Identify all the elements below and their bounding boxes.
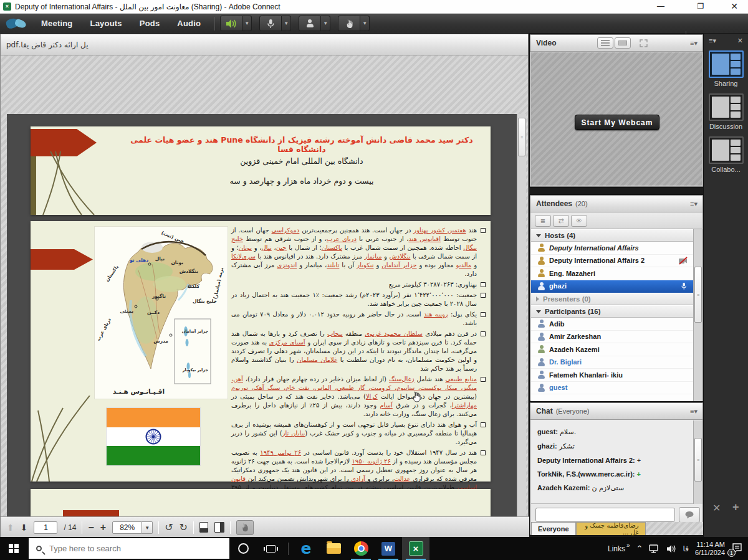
attendee-row[interactable]: Deputy International Affairs xyxy=(531,242,693,255)
attendee-status-view-button[interactable]: 👁 xyxy=(571,215,587,227)
attendee-row[interactable]: Fatemeh Khanlari- ikiu xyxy=(531,369,693,382)
status-dropdown[interactable]: ▼ xyxy=(360,16,370,31)
start-webcam-button[interactable]: Start My Webcam xyxy=(575,115,659,130)
layout-delete-icon[interactable]: ✕ xyxy=(712,502,721,514)
links-label[interactable]: Links xyxy=(608,544,625,553)
links-overflow-icon[interactable]: » xyxy=(626,542,630,549)
pan-tool-button[interactable] xyxy=(236,520,254,535)
cortana-button[interactable] xyxy=(229,537,257,560)
slide2-banner-shape xyxy=(31,249,93,270)
microphone-dropdown[interactable]: ▼ xyxy=(282,16,291,31)
minimize-button[interactable]: — xyxy=(647,0,674,14)
zoom-level-select[interactable]: 82% ▼ xyxy=(112,521,153,534)
document-scrollbar[interactable]: ≡ xyxy=(517,114,526,528)
layout-sharing-thumbnail[interactable] xyxy=(709,50,744,78)
webcam-dropdown[interactable]: ▼ xyxy=(321,16,330,31)
task-view-button[interactable] xyxy=(257,537,284,560)
taskbar-search[interactable] xyxy=(29,538,229,559)
chat-tab-private[interactable]: رضای‌فاطمه جسک و غل ... xyxy=(576,522,646,535)
menu-layouts[interactable]: Layouts xyxy=(82,19,131,28)
chat-message: TorkNik, F.S.(www.merc.ac.ir): + xyxy=(537,470,687,478)
speaker-dropdown[interactable]: ▼ xyxy=(242,16,252,31)
links-toolbar[interactable]: Links » xyxy=(608,544,630,553)
layouts-menu-icon[interactable]: ≡▾ xyxy=(709,37,716,45)
chat-scrollbar-thumb[interactable]: ≡ xyxy=(694,438,702,482)
layout-discussion-thumbnail[interactable] xyxy=(709,93,744,121)
hosts-group-header[interactable]: Hosts (4) xyxy=(531,229,693,242)
clock-time: 11:14 AM xyxy=(695,541,725,549)
attendee-row[interactable]: Azadeh Kazemi xyxy=(531,343,693,356)
action-center-button[interactable]: 1 xyxy=(731,543,743,555)
attendee-row[interactable]: Dr. Biglari xyxy=(531,356,693,369)
fit-page-button[interactable] xyxy=(199,522,208,533)
start-button[interactable] xyxy=(0,537,27,560)
presenters-group-header[interactable]: Presenters (0) xyxy=(531,293,693,305)
document-scrollbar-thumb[interactable]: ≡ xyxy=(518,118,525,156)
attendee-row[interactable]: Amir Zarkeshan xyxy=(531,331,693,344)
video-fullscreen-button[interactable] xyxy=(636,37,651,49)
microphone-icon xyxy=(266,19,276,29)
file-explorer-button[interactable] xyxy=(320,537,347,560)
attendees-scrollbar-thumb[interactable]: ≡ xyxy=(694,267,702,323)
attendee-list-view-button[interactable]: ≣ xyxy=(535,215,551,227)
tray-expand-icon[interactable]: ⌃ xyxy=(636,544,643,553)
attendee-row[interactable]: Eng. Mazaheri xyxy=(531,267,693,280)
chat-input[interactable] xyxy=(535,508,675,522)
attendees-pod-menu-icon[interactable]: ≡▾ xyxy=(690,200,698,208)
menu-meeting[interactable]: Meeting xyxy=(32,19,82,28)
slide-1: دکتر سید محمد قاضی دانش آموخته رشته فیزی… xyxy=(31,126,491,215)
attendee-row-selected[interactable]: ghazi xyxy=(531,280,693,293)
participants-group-header[interactable]: Participants (16) xyxy=(531,305,693,318)
chat-scrollbar[interactable]: ≡ xyxy=(693,420,702,504)
document-viewer[interactable]: دکتر سید محمد قاضی دانش آموخته رشته فیزی… xyxy=(7,114,526,528)
microphone-button[interactable] xyxy=(259,16,282,31)
rotate-left-button[interactable]: ↺ xyxy=(165,521,173,533)
chat-message-area[interactable]: guest: سلام. ghazi: تشکر Deputy Internat… xyxy=(531,420,693,504)
grid-view-button[interactable] xyxy=(597,37,613,49)
chat-pod-menu-icon[interactable]: ≡▾ xyxy=(690,407,698,415)
volume-icon[interactable] xyxy=(666,544,676,553)
layout-add-icon[interactable]: + xyxy=(732,501,739,514)
windows-taskbar: e W × Links » ⌃ xyxy=(0,537,748,560)
map-label-indian-ocean: اقـیـانـوس هـنـد xyxy=(113,387,165,396)
status-button[interactable] xyxy=(338,16,360,31)
speaker-button[interactable] xyxy=(220,16,242,31)
chrome-button[interactable] xyxy=(347,537,375,560)
breakout-view-button[interactable]: ⇄ xyxy=(553,215,569,227)
zoom-out-button[interactable]: − xyxy=(88,522,94,533)
page-up-button[interactable]: ⬆ xyxy=(7,523,14,533)
edge-button[interactable]: e xyxy=(292,537,320,560)
layouts-close-icon[interactable]: ✕ xyxy=(737,37,743,45)
menu-audio[interactable]: Audio xyxy=(168,19,209,28)
page-down-button[interactable]: ⬇ xyxy=(21,523,28,533)
attendee-row[interactable]: guest xyxy=(531,382,693,395)
page-number-input[interactable] xyxy=(34,521,57,534)
layout-collaboration-thumbnail[interactable] xyxy=(709,136,744,164)
network-icon[interactable] xyxy=(649,544,660,553)
video-pod-menu-icon[interactable]: ≡▾ xyxy=(690,39,698,47)
chat-tab-everyone[interactable]: Everyone xyxy=(531,522,576,535)
filmstrip-view-button[interactable] xyxy=(615,37,631,49)
microphone-active-icon[interactable] xyxy=(680,282,688,290)
fit-width-button[interactable] xyxy=(214,522,224,533)
word-button[interactable]: W xyxy=(375,537,402,560)
zoom-in-button[interactable]: + xyxy=(100,522,106,533)
attendee-row[interactable]: Adib xyxy=(531,318,693,331)
hand-cursor xyxy=(411,391,421,402)
file-explorer-icon xyxy=(327,543,341,554)
restore-button[interactable]: ❐ xyxy=(687,0,714,14)
share-pod: یل ارائه دکتر قاض یفا.pdf Draw Stop Shar… xyxy=(0,34,529,537)
keyboard-language-indicator[interactable]: فا xyxy=(683,544,688,553)
menu-pods[interactable]: Pods xyxy=(131,19,169,28)
rotate-right-button[interactable]: ↻ xyxy=(180,521,188,533)
attendee-row[interactable]: Deputy International Affairs 2 xyxy=(531,255,693,268)
send-message-button[interactable] xyxy=(679,507,700,523)
zoom-dropdown-icon[interactable]: ▼ xyxy=(142,521,153,534)
adobe-connect-taskbar-button[interactable]: × xyxy=(402,537,429,560)
menu-bar: Meeting Layouts Pods Audio ▼ ▼ xyxy=(0,14,748,34)
taskbar-clock[interactable]: 11:14 AM 6/11/2024 xyxy=(695,541,725,557)
search-input[interactable] xyxy=(48,543,198,554)
attendees-scrollbar[interactable]: ≡ xyxy=(693,229,702,401)
close-button[interactable]: ✕ xyxy=(721,0,748,14)
webcam-button[interactable] xyxy=(299,16,321,31)
